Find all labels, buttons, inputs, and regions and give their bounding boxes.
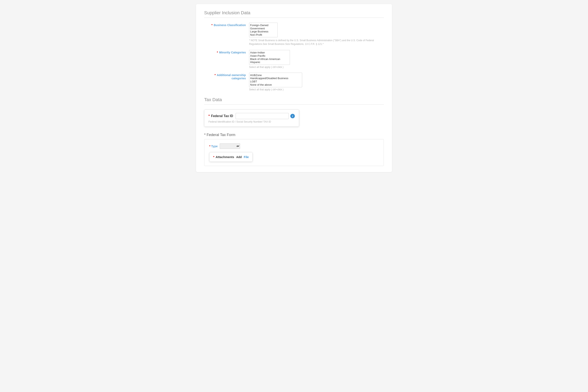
- mc-option-4[interactable]: Hispanic: [250, 60, 289, 64]
- attachments-label: * Attachments: [213, 155, 234, 159]
- supplier-inclusion-title: Supplier Inclusion Data: [204, 10, 384, 16]
- federal-tax-id-input[interactable]: [236, 113, 289, 119]
- minority-categories-hint: Select all that apply ( ctrl+click ): [249, 66, 384, 68]
- business-classification-field: Foreign-Owned Government Large Business …: [249, 23, 384, 46]
- required-star-att: *: [213, 155, 215, 159]
- add-button[interactable]: Add: [236, 156, 242, 159]
- page-container: Supplier Inclusion Data * Business Class…: [196, 4, 392, 172]
- federal-tax-id-label: * Federal Tax ID: [208, 114, 233, 118]
- mc-option-3[interactable]: Black of African American: [250, 58, 289, 61]
- additional-ownership-label: * Additional ownership categories: [204, 72, 249, 80]
- file-link[interactable]: File: [244, 156, 249, 159]
- bc-option-1[interactable]: Foreign-Owned: [250, 24, 277, 27]
- additional-ownership-hint: Select all that apply ( ctrl+click ): [249, 88, 384, 91]
- minority-categories-label: * Minority Categories: [204, 50, 249, 54]
- federal-tax-form-section: * Federal Tax Form * Type W-9 W-8BEN W-8…: [204, 133, 384, 166]
- required-star-bc: *: [211, 24, 212, 27]
- business-classification-label: * Business Classification: [204, 23, 249, 27]
- attachments-tooltip: * Attachments Add File: [209, 152, 252, 162]
- required-star-ftid: *: [208, 114, 211, 118]
- bc-option-4[interactable]: Non-Profit: [250, 33, 277, 36]
- additional-ownership-field: HUBZone Handicapped/Disabled Business LG…: [249, 72, 384, 91]
- required-star-type: *: [209, 144, 210, 148]
- additional-ownership-select[interactable]: HUBZone Handicapped/Disabled Business LG…: [249, 72, 302, 87]
- type-select[interactable]: W-9 W-8BEN W-8BEN-E: [220, 144, 240, 149]
- ao-option-1[interactable]: HUBZone: [250, 74, 301, 77]
- type-row: * Type W-9 W-8BEN W-8BEN-E ▾: [209, 144, 379, 149]
- mc-option-1[interactable]: Asian-Indian: [250, 51, 289, 54]
- business-classification-note: * NOTE Small Business is defined by the …: [249, 38, 380, 46]
- tax-data-section: Tax Data * Federal Tax ID i Federal Iden…: [204, 97, 384, 166]
- required-star-ftf: *: [204, 133, 207, 137]
- federal-tax-form-title: * Federal Tax Form: [204, 133, 384, 137]
- federal-tax-id-tooltip-box: * Federal Tax ID i Federal Identificatio…: [204, 110, 299, 127]
- bc-option-3[interactable]: Large Business: [250, 30, 277, 33]
- tax-data-title: Tax Data: [204, 97, 384, 102]
- type-label: * Type: [209, 144, 218, 148]
- attachments-row: * Attachments Add File: [213, 155, 249, 159]
- minority-categories-field: Asian-Indian Asian-Pacific Black of Afri…: [249, 50, 384, 68]
- minority-categories-row: * Minority Categories Asian-Indian Asian…: [204, 50, 384, 68]
- tax-form-box: * Type W-9 W-8BEN W-8BEN-E ▾ *: [204, 139, 384, 166]
- info-icon[interactable]: i: [290, 114, 295, 118]
- mc-option-2[interactable]: Asian-Pacific: [250, 54, 289, 58]
- ao-option-2[interactable]: Handicapped/Disabled Business: [250, 77, 301, 80]
- ao-option-3[interactable]: LGBT: [250, 80, 301, 83]
- supplier-inclusion-section: Supplier Inclusion Data * Business Class…: [204, 10, 384, 91]
- ao-option-4[interactable]: None of the above: [250, 83, 301, 86]
- business-classification-row: * Business Classification Foreign-Owned …: [204, 23, 384, 46]
- bc-option-2[interactable]: Government: [250, 27, 277, 30]
- required-star-ao: *: [215, 74, 216, 77]
- section-divider-1: [204, 18, 384, 18]
- section-divider-2: [204, 104, 384, 105]
- business-classification-select[interactable]: Foreign-Owned Government Large Business …: [249, 23, 278, 37]
- federal-tax-id-hint: Federal Identification ID / Social Secur…: [208, 120, 295, 123]
- additional-ownership-row: * Additional ownership categories HUBZon…: [204, 72, 384, 91]
- federal-tax-id-row: * Federal Tax ID i: [208, 113, 295, 119]
- minority-categories-select[interactable]: Asian-Indian Asian-Pacific Black of Afri…: [249, 50, 290, 65]
- required-star-mc: *: [217, 51, 218, 54]
